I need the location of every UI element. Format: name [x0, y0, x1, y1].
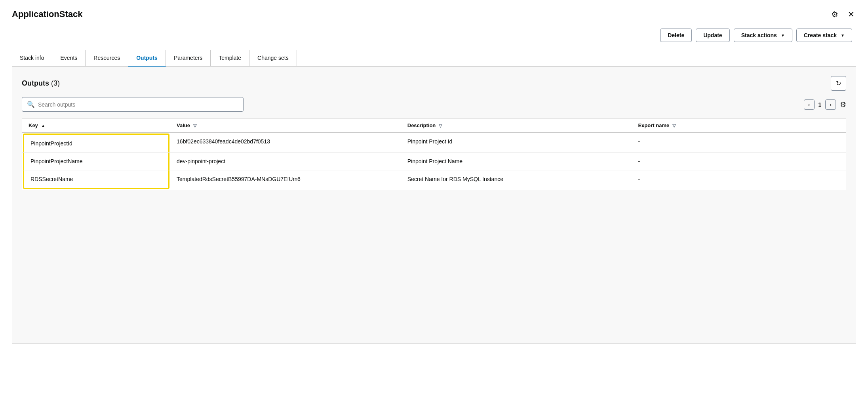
- tab-change-sets[interactable]: Change sets: [249, 50, 297, 67]
- cell-description: Pinpoint Project Name: [401, 153, 632, 170]
- app-title: ApplicationStack: [12, 9, 82, 19]
- sort-desc-icon-description: ▽: [439, 123, 442, 128]
- key-value: RDSSecretName: [23, 170, 169, 189]
- key-value: PinpointProjectName: [23, 153, 169, 170]
- cell-export-name: -: [632, 153, 846, 170]
- sort-asc-icon: ▲: [41, 123, 45, 128]
- top-icons: ⚙ ✕: [830, 8, 856, 21]
- content-area: Outputs (3) ↻ 🔍 ‹ 1 › ⚙ Key ▲: [12, 67, 856, 344]
- pagination-controls: ‹ 1 › ⚙: [804, 99, 846, 110]
- sort-desc-icon-value: ▽: [193, 123, 196, 128]
- page-container: ApplicationStack ⚙ ✕ Delete Update Stack…: [0, 0, 868, 397]
- search-input[interactable]: [38, 101, 238, 108]
- next-page-button[interactable]: ›: [825, 99, 836, 110]
- tabs-bar: Stack info Events Resources Outputs Para…: [12, 50, 856, 67]
- cell-export-name: -: [632, 133, 846, 153]
- outputs-title: Outputs (3): [22, 79, 60, 87]
- outputs-table: Key ▲ Value ▽ Description ▽ Export name …: [22, 118, 846, 190]
- col-header-key[interactable]: Key ▲: [22, 118, 171, 133]
- settings-icon-button[interactable]: ⚙: [830, 8, 840, 21]
- tab-outputs[interactable]: Outputs: [128, 50, 166, 67]
- search-box: 🔍: [22, 97, 244, 112]
- table-row: PinpointProjectId16bf02ec633840feadc4de0…: [22, 133, 846, 153]
- col-header-export[interactable]: Export name ▽: [632, 118, 846, 133]
- cell-description: Pinpoint Project Id: [401, 133, 632, 153]
- cell-key: RDSSecretName: [22, 170, 171, 190]
- cell-export-name: -: [632, 170, 846, 190]
- col-header-value[interactable]: Value ▽: [170, 118, 401, 133]
- table-row: PinpointProjectNamedev-pinpoint-projectP…: [22, 153, 846, 170]
- tab-resources[interactable]: Resources: [86, 50, 128, 67]
- tab-events[interactable]: Events: [52, 50, 86, 67]
- key-value: PinpointProjectId: [23, 134, 169, 152]
- cell-value: dev-pinpoint-project: [170, 153, 401, 170]
- table-header-row: Key ▲ Value ▽ Description ▽ Export name …: [22, 118, 846, 133]
- search-icon: 🔍: [27, 101, 35, 108]
- tab-stack-info[interactable]: Stack info: [12, 50, 52, 67]
- outputs-header: Outputs (3) ↻: [22, 76, 846, 91]
- prev-page-button[interactable]: ‹: [804, 99, 815, 110]
- cell-value: TemplatedRdsSecretB55997DA-MNsDGU7EfUm6: [170, 170, 401, 190]
- col-header-description[interactable]: Description ▽: [401, 118, 632, 133]
- cell-description: Secret Name for RDS MySQL Instance: [401, 170, 632, 190]
- close-icon-button[interactable]: ✕: [846, 8, 856, 21]
- action-buttons-row: Delete Update Stack actions Create stack: [12, 29, 856, 42]
- cell-value: 16bf02ec633840feadc4de02bd7f0513: [170, 133, 401, 153]
- cell-key: PinpointProjectId: [22, 133, 171, 153]
- outputs-title-group: Outputs (3): [22, 79, 60, 88]
- refresh-button[interactable]: ↻: [831, 76, 846, 91]
- page-number: 1: [819, 101, 822, 108]
- top-bar: ApplicationStack ⚙ ✕: [12, 8, 856, 21]
- cell-key: PinpointProjectName: [22, 153, 171, 170]
- search-pagination-row: 🔍 ‹ 1 › ⚙: [22, 97, 846, 112]
- outputs-count: (3): [51, 79, 60, 87]
- table-settings-button[interactable]: ⚙: [840, 100, 846, 109]
- tab-parameters[interactable]: Parameters: [166, 50, 211, 67]
- table-row: RDSSecretNameTemplatedRdsSecretB55997DA-…: [22, 170, 846, 190]
- create-stack-button[interactable]: Create stack: [796, 29, 852, 42]
- tab-template[interactable]: Template: [211, 50, 249, 67]
- stack-actions-button[interactable]: Stack actions: [734, 29, 792, 42]
- delete-button[interactable]: Delete: [660, 29, 692, 42]
- update-button[interactable]: Update: [696, 29, 729, 42]
- sort-desc-icon-export: ▽: [672, 123, 676, 128]
